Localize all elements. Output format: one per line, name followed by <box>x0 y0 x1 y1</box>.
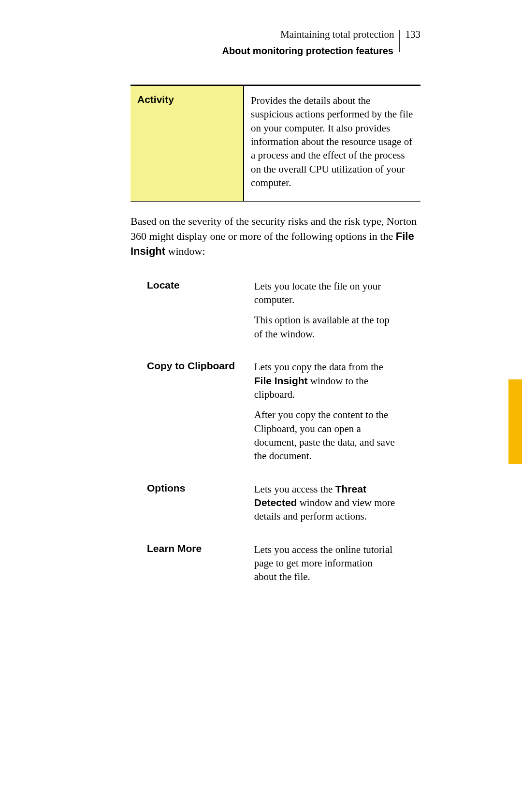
option-row: Copy to ClipboardLets you copy the data … <box>147 360 402 482</box>
option-description: Lets you access the online tutorial page… <box>254 543 402 603</box>
option-label: Copy to Clipboard <box>147 360 254 482</box>
option-row: OptionsLets you access the Threat Detect… <box>147 482 402 543</box>
intro-post: window: <box>165 245 205 257</box>
option-label: Locate <box>147 279 254 360</box>
activity-table: Activity Provides the details about the … <box>130 85 420 202</box>
option-label: Learn More <box>147 543 254 603</box>
option-paragraph: After you copy the content to the Clipbo… <box>254 408 397 463</box>
chapter-title: Maintaining total protection <box>280 28 394 41</box>
activity-description: Provides the details about the suspiciou… <box>244 86 420 202</box>
option-paragraph: Lets you locate the file on your compute… <box>254 279 397 307</box>
option-label: Options <box>147 482 254 543</box>
option-row: LocateLets you locate the file on your c… <box>147 279 402 360</box>
option-description: Lets you access the Threat Detected wind… <box>254 482 402 543</box>
option-paragraph: Lets you access the Threat Detected wind… <box>254 482 397 523</box>
option-row: Learn MoreLets you access the online tut… <box>147 543 402 603</box>
options-table: LocateLets you locate the file on your c… <box>147 279 402 603</box>
side-tab-marker <box>508 379 522 464</box>
page-header: Maintaining total protection 133 About m… <box>130 23 420 58</box>
activity-label: Activity <box>130 86 244 202</box>
header-top: Maintaining total protection 133 <box>130 23 420 45</box>
page-number: 133 <box>405 28 421 41</box>
option-paragraph: Lets you access the online tutorial page… <box>254 543 397 584</box>
option-paragraph: This option is available at the top of t… <box>254 313 397 341</box>
section-title: About monitoring protection features <box>130 44 420 58</box>
intro-pre: Based on the severity of the security ri… <box>130 215 417 242</box>
page-content: Maintaining total protection 133 About m… <box>0 0 522 603</box>
option-description: Lets you copy the data from the File Ins… <box>254 360 402 482</box>
intro-paragraph: Based on the severity of the security ri… <box>130 214 420 259</box>
option-paragraph: Lets you copy the data from the File Ins… <box>254 360 397 401</box>
option-description: Lets you locate the file on your compute… <box>254 279 402 360</box>
header-divider <box>399 30 400 52</box>
